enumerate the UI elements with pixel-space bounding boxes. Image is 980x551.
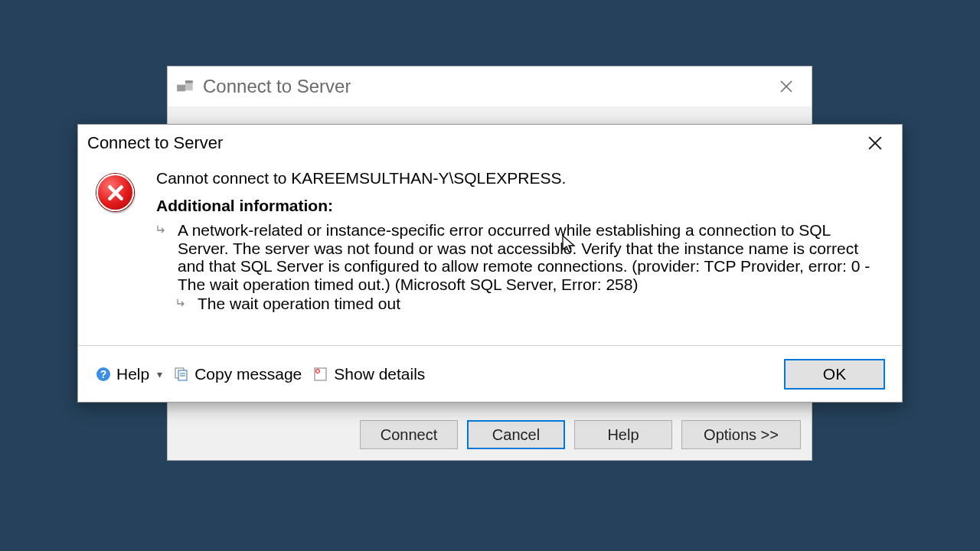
close-button[interactable] bbox=[769, 74, 804, 99]
show-details-link[interactable]: Show details bbox=[312, 365, 425, 383]
help-icon: ? bbox=[95, 366, 112, 383]
svg-text:?: ? bbox=[100, 368, 107, 380]
svg-rect-2 bbox=[185, 80, 193, 83]
copy-message-label: Copy message bbox=[194, 365, 302, 383]
connect-dialog-title: Connect to Server bbox=[203, 76, 769, 97]
error-dialog-titlebar[interactable]: Connect to Server bbox=[78, 125, 902, 161]
error-dialog-toolbar: ? Help ▾ Copy message bbox=[78, 345, 902, 402]
options-button[interactable]: Options >> bbox=[681, 420, 801, 449]
close-icon bbox=[780, 80, 792, 93]
close-icon bbox=[868, 136, 882, 150]
help-button[interactable]: Help bbox=[574, 420, 672, 449]
error-dialog-window: Connect to Server Cannot connect to KARE… bbox=[77, 124, 903, 403]
error-text-block: Cannot connect to KAREEMSULTHAN-Y\SQLEXP… bbox=[156, 169, 884, 313]
cancel-button[interactable]: Cancel bbox=[467, 420, 565, 449]
ok-button[interactable]: OK bbox=[784, 359, 885, 390]
server-icon bbox=[175, 78, 195, 95]
svg-rect-0 bbox=[177, 85, 185, 92]
copy-icon bbox=[173, 366, 190, 383]
tree-branch-icon bbox=[176, 293, 190, 313]
error-detail-text: A network-related or instance-specific e… bbox=[178, 220, 884, 293]
connect-button[interactable]: Connect bbox=[360, 420, 458, 449]
error-dialog-body: Cannot connect to KAREEMSULTHAN-Y\SQLEXP… bbox=[78, 161, 902, 313]
error-detail-row-nested: The wait operation timed out bbox=[176, 293, 884, 313]
connect-dialog-button-row: Connect Cancel Help Options >> bbox=[168, 420, 812, 449]
details-icon bbox=[312, 366, 329, 383]
error-icon-container bbox=[96, 169, 139, 313]
error-dialog-title: Connect to Server bbox=[87, 133, 858, 153]
error-detail-row: A network-related or instance-specific e… bbox=[156, 220, 884, 293]
connect-dialog-titlebar[interactable]: Connect to Server bbox=[168, 67, 812, 106]
chevron-down-icon: ▾ bbox=[157, 368, 162, 380]
error-message: Cannot connect to KAREEMSULTHAN-Y\SQLEXP… bbox=[156, 169, 884, 187]
copy-message-link[interactable]: Copy message bbox=[173, 365, 302, 383]
help-link-label: Help bbox=[116, 365, 149, 383]
error-detail-text-nested: The wait operation timed out bbox=[198, 293, 884, 313]
close-button[interactable] bbox=[858, 131, 893, 155]
help-link[interactable]: ? Help ▾ bbox=[95, 365, 162, 383]
error-icon bbox=[96, 174, 134, 211]
tree-branch-icon bbox=[156, 220, 170, 293]
show-details-label: Show details bbox=[334, 365, 425, 383]
additional-info-heading: Additional information: bbox=[156, 197, 884, 215]
